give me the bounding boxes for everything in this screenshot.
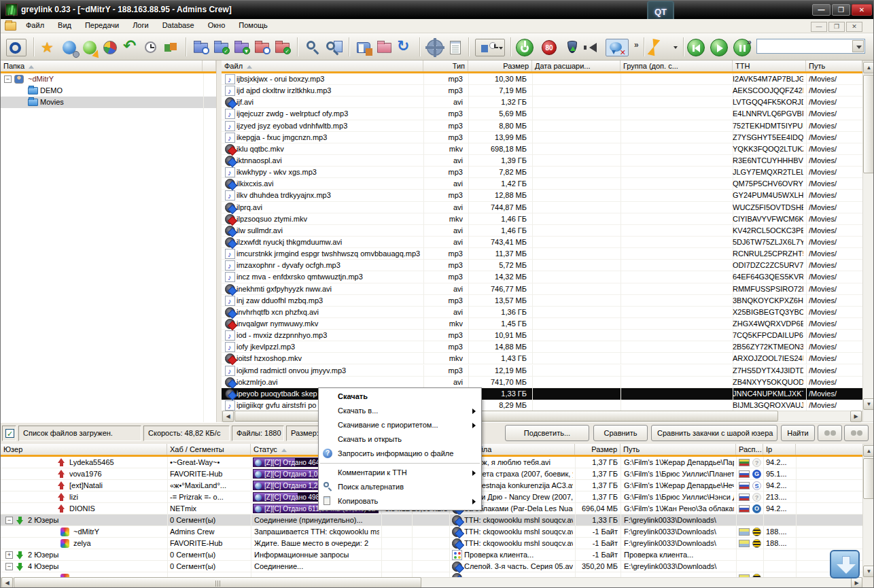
file-row[interactable]: ioitsf hzxoshop.mkvmkv1,43 ГБARXOJZOOL7I… (222, 353, 862, 364)
file-row[interactable]: invqalgwr nymwuwy.mkvmkv1,45 ГБZHGX4WQRX… (222, 318, 862, 330)
file-row[interactable]: ijqejcuzr zwdg - welrptucf ofy.mp3mp35,6… (222, 108, 862, 120)
directory-book-icon[interactable] (355, 39, 373, 56)
context-menu-item-7[interactable]: Поиск альтернатив (319, 480, 481, 494)
transfer-row[interactable]: −4 Юзеры0 Сегмент(ы)Соединение...Слепой.… (1, 561, 862, 572)
file-row[interactable]: iktnnaospl.aviavi1,39 ГБR3E6NTCUYHHHBVPM… (222, 155, 862, 167)
context-menu-item-2[interactable]: Скачивание с приоритетом... (319, 418, 481, 432)
folder-tree-header[interactable]: Папка (1, 60, 216, 73)
file-row[interactable]: iklu qqtbc.mkvmkv698,18 МБYQKK3FQOQ2LTUK… (222, 143, 862, 155)
tree-item-~dmitry[interactable]: −~dMitrY (1, 73, 216, 85)
transfers-column-header-7[interactable]: Путь (620, 444, 736, 455)
transfer-row[interactable] (1, 572, 862, 577)
transfers-hscrollbar[interactable]: ◀ ▶ (1, 577, 862, 588)
mdi-restore-button[interactable]: ❐ (828, 22, 845, 32)
file-row[interactable]: ilw sullmdr.aviavi1,46 ГБKV42RCL5OCKC3PE… (222, 225, 862, 237)
file-list-header[interactable]: ФайлТипРазмерДата расшари...Группа (доп.… (222, 60, 862, 73)
adl-search-icon[interactable] (326, 39, 343, 56)
mdi-minimize-button[interactable]: — (811, 22, 827, 32)
favorite-hubs-star-icon[interactable]: ★ (40, 39, 58, 56)
file-row[interactable]: ilkixcxis.aviavi1,42 ГБQM75P5CHV6OVRYS5Y… (222, 178, 862, 190)
tree-item-movies[interactable]: Movies (1, 97, 216, 108)
connect-icon[interactable] (6, 39, 27, 56)
tree-item-demo[interactable]: DEMO (1, 85, 216, 97)
file-row[interactable]: ilprq.aviavi744,87 МБWUCZ5FI5OVTDSHEZU6R… (222, 202, 862, 213)
quick-connect-lightning-icon[interactable] (649, 39, 679, 56)
restore-button[interactable]: ❐ (832, 4, 850, 16)
transfers-column-header-0[interactable]: Юзер (1, 444, 167, 455)
menu-3[interactable]: Логи (126, 19, 156, 33)
transfer-row[interactable]: zelyaFAVORITE-HubЖдите. Ваше место в оче… (1, 538, 862, 549)
file-column-header-6[interactable]: Путь (806, 60, 862, 71)
scroll-to-downloads-button[interactable] (830, 550, 860, 578)
transfers-column-header-8[interactable]: Расп... (736, 444, 763, 455)
file-row[interactable]: ikepgja - fxuc jmgcnzn.mp3mp313,99 МБZ7Y… (222, 132, 862, 143)
find-button[interactable]: Найти (781, 425, 815, 441)
transfers-column-header-6[interactable]: Размер (575, 444, 620, 455)
context-menu-item-0[interactable]: Скачать (319, 390, 481, 404)
file-row[interactable]: invhrhqtfb xcn phzfxq.aviavi1,36 ГБX25BI… (222, 307, 862, 318)
finished-downloads-folder-icon[interactable]: ✓ (213, 39, 230, 56)
menu-4[interactable]: Database (156, 19, 201, 33)
file-row[interactable]: ilpzsoqsuo ztymi.mkvmkv1,46 ГБCIYIBAVYVF… (222, 213, 862, 225)
context-menu-item-8[interactable]: Копировать (319, 494, 481, 508)
download-queue-folder-icon[interactable] (192, 39, 210, 56)
menu-5[interactable]: Окно (201, 19, 232, 33)
file-column-header-2[interactable]: Размер (468, 60, 532, 71)
traffic-limit-80-icon[interactable]: 80 (540, 39, 558, 56)
file-column-header-1[interactable]: Тип (423, 60, 468, 71)
menu-1[interactable]: Вид (51, 19, 78, 33)
menu-2[interactable]: Передачи (78, 19, 126, 33)
file-row[interactable]: ilkv dhuhdea trdkyyajnx.mp3mp312,88 МБGY… (222, 190, 862, 201)
group-expander-icon[interactable]: − (5, 517, 13, 524)
file-row[interactable]: iojkmd radmictl onvou jmyyv.mp3mp312,19 … (222, 365, 862, 377)
context-menu-item-1[interactable]: Скачать в... (319, 404, 481, 418)
file-column-header-5[interactable]: TTH (733, 60, 806, 71)
mdi-close-button[interactable]: ✕ (846, 22, 862, 32)
file-list-loaded-checkbox[interactable]: ✓ (5, 429, 14, 438)
settings-gear-icon[interactable] (426, 39, 444, 56)
tree-expander-icon[interactable]: − (4, 75, 12, 83)
file-row[interactable]: iod - mvxiz dzzpnnhyo.mp3mp310,91 МБ7CQ5… (222, 330, 862, 341)
transfer-row[interactable]: ~dMitrYAdmins CrewЗапрашивается TTH: ckq… (1, 526, 862, 538)
quick-search-combobox[interactable] (756, 39, 865, 54)
close-button[interactable]: ✕ (852, 4, 872, 16)
scheduler-clock-icon[interactable] (142, 39, 160, 56)
context-menu-item-4[interactable]: ?Запросить информацию о файле (319, 447, 481, 461)
file-row[interactable]: ijf.aviavi1,32 ГБLVTGQQ4FK5KORJD3PFI5ZW7… (222, 97, 862, 108)
file-row[interactable]: ijbsjxkjwx - orui boxzy.mp3mp310,30 МБI2… (222, 73, 862, 85)
file-column-header-3[interactable]: Дата расшари... (532, 60, 620, 71)
finished-uploads-folder-icon[interactable]: ✓ (274, 39, 292, 56)
notepad-icon[interactable] (447, 39, 464, 56)
public-hubs-globe-icon[interactable] (60, 39, 78, 56)
file-row[interactable]: inekhmti gxfpyhyyzk nww.aviavi746,77 МБR… (222, 283, 862, 295)
find-prev-binoculars-button[interactable] (818, 425, 842, 441)
power-icon[interactable] (516, 39, 534, 56)
combobox-dropdown-icon[interactable] (852, 40, 864, 52)
transfers-vscrollbar[interactable]: ▲ ▼ (862, 444, 874, 577)
file-row[interactable]: incz mva - enfdxrsko qmtwwuztjn.mp3mp314… (222, 271, 862, 283)
toolbar-overflow-chevron-2[interactable]: » (747, 37, 752, 47)
chat-balloon-off-icon[interactable] (606, 39, 629, 56)
limiter-user-icon[interactable] (475, 39, 505, 56)
file-row[interactable]: ikwkhypy - wkv xgs.mp3mp37,82 МБJLGY7EMQ… (222, 167, 862, 178)
file-row[interactable]: inj zaw dduofhl mzbq.mp3mp313,57 МБ3BNQK… (222, 295, 862, 307)
transfer-row[interactable]: +2 Юзеры0 Сегмент(ы)Информационные запро… (1, 549, 862, 561)
upload-queue-folder-icon[interactable] (254, 39, 271, 56)
file-row[interactable]: iokzmlrjo.aviavi741,70 МБZB4NXYY5OKQUOD5… (222, 377, 862, 388)
waiting-users-folder-icon[interactable]: ▼ (233, 39, 251, 56)
group-expander-icon[interactable]: + (5, 551, 13, 559)
file-row[interactable]: ilzxwfdt nyuckj thkgmduumw.aviavi743,41 … (222, 237, 862, 248)
file-row[interactable]: ijzyed jsyz eyobad vdnhfwltb.mp3mp38,80 … (222, 120, 862, 132)
file-column-header-4[interactable]: Группа (доп. с... (620, 60, 733, 71)
find-next-binoculars-button[interactable] (844, 425, 869, 441)
menu-0[interactable]: Файл (19, 19, 51, 33)
transfer-row[interactable]: −2 Юзеры0 Сегмент(ы)Соединение (принудит… (1, 515, 862, 526)
statistics-pie-icon[interactable] (101, 39, 119, 56)
media-play-icon[interactable] (710, 39, 728, 56)
compare-button[interactable]: Сравнить (593, 425, 648, 441)
file-row[interactable]: imcurstnkk jrmgind espgr twshhwszq omvbb… (222, 248, 862, 260)
refresh-share-icon[interactable]: ↻ (396, 39, 414, 56)
transfers-column-header-9[interactable]: Ip (763, 444, 796, 455)
menu-6[interactable]: Помощь (232, 19, 275, 33)
download-drop-icon[interactable] (563, 39, 581, 56)
